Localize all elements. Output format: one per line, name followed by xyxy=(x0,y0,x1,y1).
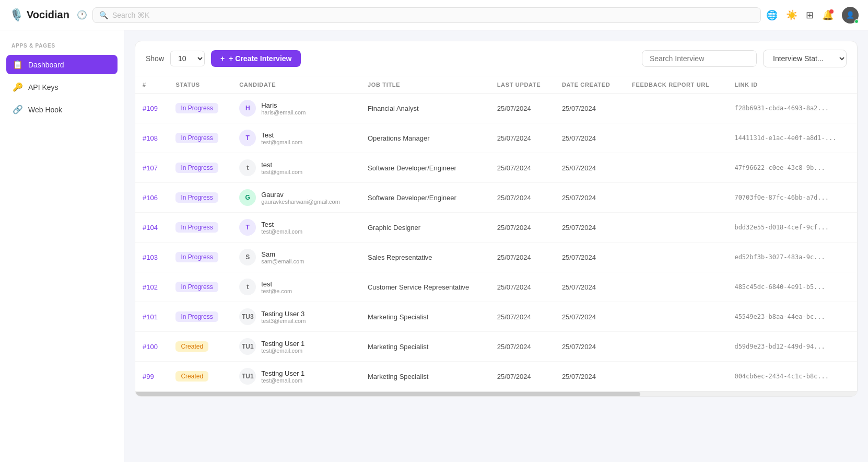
col-job-title: JOB TITLE xyxy=(360,76,490,94)
job-title: Graphic Designer xyxy=(360,213,490,242)
link-id: 485c45dc-6840-4e91-b5... xyxy=(727,272,857,302)
date-created: 25/07/2024 xyxy=(555,242,625,272)
app-body: APPS & PAGES 📋 Dashboard 🔑 API Keys 🔗 We… xyxy=(0,30,868,462)
feedback-url xyxy=(625,272,727,302)
status-badge: In Progress xyxy=(175,192,218,203)
notification-badge xyxy=(829,9,834,14)
global-search[interactable]: 🔍 Search ⌘K xyxy=(92,7,761,23)
topbar-icons: 🌐 ☀️ ⊞ 🔔 👤 xyxy=(766,7,859,24)
candidate-email: test@gmail.com xyxy=(261,169,302,175)
status-badge: In Progress xyxy=(175,163,218,173)
link-id: 47f96622-c0ee-43c8-9b... xyxy=(727,153,857,183)
table-header-row: # STATUS CANDIDATE JOB TITLE LAST UPDATE… xyxy=(135,76,857,94)
candidate-name: test xyxy=(261,161,302,169)
last-update: 25/07/2024 xyxy=(490,332,555,362)
candidate-cell: t test test@e.com xyxy=(239,279,353,295)
link-id: 45549e23-b8aa-44ea-bc... xyxy=(727,302,857,332)
status-badge: In Progress xyxy=(175,252,218,262)
status-filter-select[interactable]: Interview Stat... All In Progress Create… xyxy=(763,50,847,67)
table-row[interactable]: #104 In Progress T Test test@email.com G… xyxy=(135,213,857,242)
table-row[interactable]: #108 In Progress T Test test@gmail.com O… xyxy=(135,123,857,153)
sidebar-item-dashboard[interactable]: 📋 Dashboard xyxy=(6,55,118,74)
feedback-url xyxy=(625,242,727,272)
date-created: 25/07/2024 xyxy=(555,272,625,302)
job-title: Software Developer/Engineer xyxy=(360,183,490,213)
user-avatar[interactable]: 👤 xyxy=(842,7,859,24)
col-last-update: LAST UPDATE xyxy=(490,76,555,94)
sun-icon[interactable]: ☀️ xyxy=(786,9,797,21)
last-update: 25/07/2024 xyxy=(490,213,555,242)
candidate-email: test@email.com xyxy=(261,348,304,354)
row-id: #109 xyxy=(143,105,158,112)
link-id: d59d9e23-bd12-449d-94... xyxy=(727,332,857,362)
scrollbar-thumb[interactable] xyxy=(135,392,640,396)
candidate-email: haris@email.com xyxy=(261,109,306,116)
job-title: Marketing Specialist xyxy=(360,302,490,332)
candidate-name: Sam xyxy=(261,250,304,258)
status-badge: In Progress xyxy=(175,282,218,292)
sidebar: APPS & PAGES 📋 Dashboard 🔑 API Keys 🔗 We… xyxy=(0,30,124,462)
col-status: STATUS xyxy=(168,76,232,94)
create-interview-button[interactable]: + + Create Interview xyxy=(211,50,301,67)
row-id: #107 xyxy=(143,164,158,172)
table-row[interactable]: #102 In Progress t test test@e.com Custo… xyxy=(135,272,857,302)
job-title: Operations Manager xyxy=(360,123,490,153)
search-icon: 🔍 xyxy=(99,11,108,19)
interview-table-container: Show 10 5 25 50 100 + + Create Interview… xyxy=(135,41,858,397)
history-icon[interactable]: 🕐 xyxy=(77,10,87,20)
table-row[interactable]: #103 In Progress S Sam sam@email.com Sal… xyxy=(135,242,857,272)
last-update: 25/07/2024 xyxy=(490,183,555,213)
row-id: #102 xyxy=(143,283,158,291)
col-candidate: CANDIDATE xyxy=(232,76,360,94)
feedback-url xyxy=(625,153,727,183)
row-id: #99 xyxy=(143,373,154,380)
app-logo: 🎙️ Vocidian xyxy=(9,8,69,22)
col-id: # xyxy=(135,76,168,94)
topbar: 🎙️ Vocidian 🕐 🔍 Search ⌘K 🌐 ☀️ ⊞ 🔔 👤 xyxy=(0,0,868,30)
avatar-initial: 👤 xyxy=(846,11,854,19)
table-row[interactable]: #100 Created TU1 Testing User 1 test@ema… xyxy=(135,332,857,362)
show-select[interactable]: 10 5 25 50 100 xyxy=(170,51,205,66)
horizontal-scrollbar[interactable] xyxy=(135,391,857,396)
sidebar-item-web-hook[interactable]: 🔗 Web Hook xyxy=(6,100,118,119)
table-row[interactable]: #106 In Progress G Gaurav gauravkesharwa… xyxy=(135,183,857,213)
candidate-cell: H Haris haris@email.com xyxy=(239,100,353,117)
date-created: 25/07/2024 xyxy=(555,332,625,362)
sidebar-item-api-keys[interactable]: 🔑 API Keys xyxy=(6,77,118,97)
candidate-cell: S Sam sam@email.com xyxy=(239,249,353,265)
candidate-cell: T Test test@email.com xyxy=(239,219,353,236)
grid-icon[interactable]: ⊞ xyxy=(806,9,814,21)
status-badge: Created xyxy=(175,371,208,382)
bell-icon[interactable]: 🔔 xyxy=(822,9,834,21)
search-interview-input[interactable] xyxy=(642,50,757,67)
job-title: Marketing Specialist xyxy=(360,332,490,362)
table-scroll-container[interactable]: # STATUS CANDIDATE JOB TITLE LAST UPDATE… xyxy=(135,76,857,391)
translate-icon[interactable]: 🌐 xyxy=(766,9,778,21)
interview-table: # STATUS CANDIDATE JOB TITLE LAST UPDATE… xyxy=(135,76,857,391)
feedback-url xyxy=(625,94,727,123)
sidebar-section-label: APPS & PAGES xyxy=(6,43,118,49)
candidate-cell: TU1 Testing User 1 test@email.com xyxy=(239,338,353,355)
feedback-url xyxy=(625,123,727,153)
feedback-url xyxy=(625,183,727,213)
table-row[interactable]: #109 In Progress H Haris haris@email.com… xyxy=(135,94,857,123)
row-id: #100 xyxy=(143,343,158,351)
candidate-avatar: T xyxy=(239,130,256,146)
table-row[interactable]: #107 In Progress t test test@gmail.com S… xyxy=(135,153,857,183)
link-id: 1441131d-e1ac-4e0f-a8d1-... xyxy=(727,123,857,153)
candidate-name: Testing User 1 xyxy=(261,340,304,348)
last-update: 25/07/2024 xyxy=(490,153,555,183)
date-created: 25/07/2024 xyxy=(555,153,625,183)
last-update: 25/07/2024 xyxy=(490,242,555,272)
plus-icon: + xyxy=(220,54,225,63)
candidate-name: Testing User 1 xyxy=(261,369,304,377)
candidate-name: Gaurav xyxy=(261,191,340,199)
job-title: Financial Analyst xyxy=(360,94,490,123)
candidate-avatar: TU3 xyxy=(239,308,256,325)
table-row[interactable]: #101 In Progress TU3 Testing User 3 test… xyxy=(135,302,857,332)
table-row[interactable]: #99 Created TU1 Testing User 1 test@emai… xyxy=(135,362,857,391)
last-update: 25/07/2024 xyxy=(490,94,555,123)
candidate-name: Test xyxy=(261,221,302,228)
candidate-email: gauravkesharwani@gmail.com xyxy=(261,199,340,205)
last-update: 25/07/2024 xyxy=(490,362,555,391)
